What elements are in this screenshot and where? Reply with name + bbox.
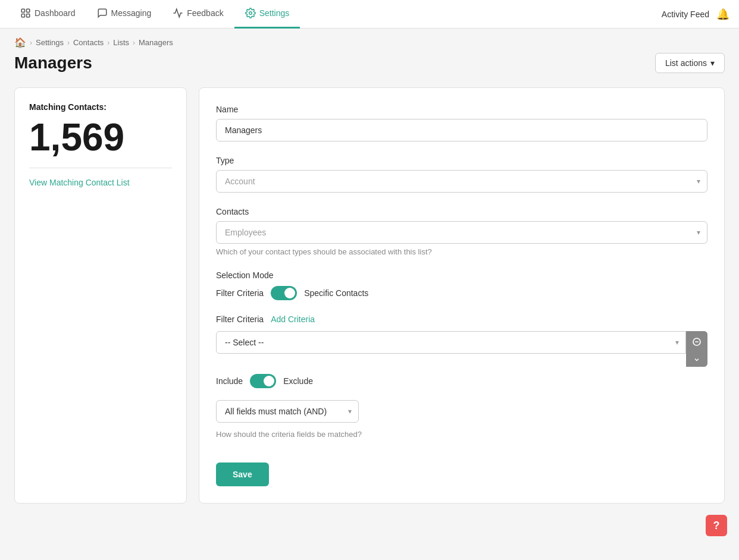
- contacts-select[interactable]: Employees Employees: [216, 221, 707, 244]
- toggle-knob: [284, 288, 295, 298]
- name-label: Name: [216, 105, 707, 114]
- top-navigation: Dashboard Messaging Feedback Settings Ac…: [0, 0, 739, 29]
- filter-criteria-label: Filter Criteria: [216, 314, 264, 324]
- filter-criteria-row: -- Select -- ▾: [216, 331, 707, 367]
- nav-item-messaging[interactable]: Messaging: [86, 0, 162, 29]
- list-settings-form: Name Type Account Account ▾ Contacts: [199, 87, 725, 504]
- activity-feed-link[interactable]: Activity Feed: [662, 10, 709, 19]
- filter-action-col: [686, 331, 707, 367]
- filter-criteria-toggle-label: Filter Criteria: [216, 288, 264, 298]
- home-icon[interactable]: 🏠: [14, 37, 26, 48]
- nav-dashboard-label: Dashboard: [35, 8, 76, 18]
- settings-icon: [245, 8, 256, 18]
- type-label: Type: [216, 156, 707, 165]
- match-mode-wrap: All fields must match (AND) Any field ca…: [216, 400, 359, 423]
- page-header: Managers List actions ▾: [14, 53, 725, 73]
- selection-mode-toggle-row: Filter Criteria Specific Contacts: [216, 286, 707, 300]
- feedback-icon: [173, 8, 183, 18]
- add-criteria-link[interactable]: Add Criteria: [271, 314, 315, 324]
- filter-criteria-section: Filter Criteria Add Criteria -- Select -…: [216, 314, 707, 439]
- type-select-wrap: Account Account ▾: [216, 170, 707, 193]
- breadcrumb-lists[interactable]: Lists: [113, 38, 129, 47]
- nav-messaging-label: Messaging: [111, 8, 152, 18]
- selection-mode-section: Selection Mode Filter Criteria Specific …: [216, 270, 707, 300]
- name-input[interactable]: [216, 119, 707, 141]
- bell-icon[interactable]: 🔔: [716, 8, 729, 21]
- include-exclude-toggle[interactable]: [250, 374, 276, 388]
- filter-criteria-select[interactable]: -- Select --: [216, 331, 686, 354]
- matching-count: 1,569: [29, 117, 172, 158]
- remove-criteria-button[interactable]: [686, 331, 707, 353]
- matching-contacts-card: Matching Contacts: 1,569 View Matching C…: [14, 87, 187, 504]
- nav-items: Dashboard Messaging Feedback Settings: [10, 0, 300, 29]
- breadcrumb-contacts[interactable]: Contacts: [73, 38, 104, 47]
- card-divider: [29, 168, 172, 168]
- svg-point-4: [249, 12, 252, 15]
- filter-select-wrap: -- Select -- ▾: [216, 331, 686, 354]
- include-exclude-row: Include Exclude: [216, 374, 707, 388]
- include-toggle-knob: [264, 376, 274, 386]
- svg-rect-0: [21, 9, 24, 12]
- list-actions-button[interactable]: List actions ▾: [655, 53, 725, 73]
- contacts-select-wrap: Employees Employees ▾: [216, 221, 707, 244]
- contacts-field-group: Contacts Employees Employees ▾ Which of …: [216, 207, 707, 256]
- criteria-expand-button[interactable]: [686, 353, 707, 367]
- match-mode-select[interactable]: All fields must match (AND) Any field ca…: [216, 400, 359, 423]
- nav-feedback-label: Feedback: [187, 8, 223, 18]
- save-button[interactable]: Save: [216, 463, 269, 486]
- expand-chevron-icon: [693, 356, 700, 363]
- help-button[interactable]: ?: [706, 515, 727, 518]
- nav-item-settings[interactable]: Settings: [234, 0, 300, 29]
- include-label: Include: [216, 376, 243, 386]
- nav-item-feedback[interactable]: Feedback: [162, 0, 234, 29]
- messaging-icon: [97, 8, 108, 18]
- dashboard-icon: [20, 8, 31, 18]
- svg-rect-3: [27, 14, 30, 17]
- breadcrumb-settings[interactable]: Settings: [36, 38, 64, 47]
- selection-mode-toggle[interactable]: [271, 286, 297, 300]
- nav-settings-label: Settings: [259, 8, 290, 18]
- type-field-group: Type Account Account ▾: [216, 156, 707, 193]
- exclude-label: Exclude: [283, 376, 313, 386]
- nav-right: Activity Feed 🔔: [662, 8, 729, 21]
- page-content: Managers List actions ▾ Matching Contact…: [0, 53, 739, 518]
- contacts-hint: Which of your contact types should be as…: [216, 247, 707, 256]
- svg-rect-2: [21, 14, 24, 17]
- contacts-label: Contacts: [216, 207, 707, 216]
- svg-rect-1: [27, 9, 30, 12]
- main-content: Matching Contacts: 1,569 View Matching C…: [14, 87, 725, 504]
- minus-icon: [692, 337, 702, 347]
- specific-contacts-toggle-label: Specific Contacts: [304, 288, 368, 298]
- name-field-group: Name: [216, 105, 707, 141]
- nav-item-dashboard[interactable]: Dashboard: [10, 0, 86, 29]
- selection-mode-label: Selection Mode: [216, 270, 707, 280]
- page-title: Managers: [14, 54, 92, 73]
- filter-criteria-header: Filter Criteria Add Criteria: [216, 314, 707, 324]
- matching-label: Matching Contacts:: [29, 102, 172, 112]
- match-mode-hint: How should the criteria fields be matche…: [216, 430, 707, 439]
- list-actions-chevron-icon: ▾: [710, 58, 715, 68]
- breadcrumb: 🏠 › Settings › Contacts › Lists › Manage…: [0, 29, 739, 53]
- view-matching-link[interactable]: View Matching Contact List: [29, 178, 130, 187]
- list-actions-label: List actions: [665, 58, 707, 68]
- breadcrumb-current: Managers: [139, 38, 173, 47]
- type-select[interactable]: Account Account: [216, 170, 707, 193]
